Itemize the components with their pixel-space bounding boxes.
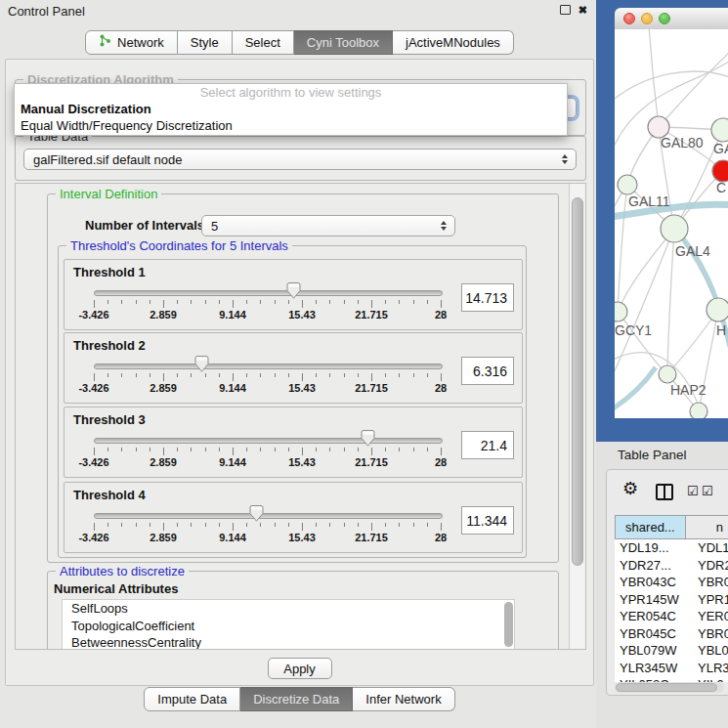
threshold-value-field[interactable]: 14.713 xyxy=(461,283,514,312)
cell-name: YBL0 xyxy=(690,642,728,660)
scrollbar-thumb[interactable] xyxy=(616,683,717,692)
group-title-thresholds: Threshold's Coordinates for 5 Intervals xyxy=(66,238,292,253)
scrollbar-thumb[interactable] xyxy=(572,197,583,566)
tab-label: Style xyxy=(191,31,219,54)
network-node-h[interactable] xyxy=(707,298,728,321)
attribute-item-topologicalcoefficient[interactable]: TopologicalCoefficient xyxy=(63,618,514,635)
close-icon[interactable]: ✖ xyxy=(578,5,587,15)
threshold-panel: Threshold 1 -3.4262.8599.14415.4321.7152… xyxy=(64,259,523,330)
bottom-tab-bar: Impute DataDiscretize DataInfer Network xyxy=(0,687,599,711)
mac-close-icon[interactable] xyxy=(623,13,635,24)
attribute-item-betweennesscentrality[interactable]: BetweennessCentrality xyxy=(63,634,514,650)
node-label-c: C xyxy=(716,180,726,195)
slider-thumb[interactable] xyxy=(194,356,209,372)
table-row[interactable]: YBR045C YBR0 xyxy=(615,625,728,643)
top-tab-bar: NetworkStyleSelectCyni ToolboxjActiveMNo… xyxy=(0,30,599,55)
cell-name: YER0 xyxy=(690,608,728,625)
network-node-hap2[interactable] xyxy=(659,365,676,383)
tab-label: Network xyxy=(117,31,164,54)
table-row[interactable]: YBR043C YBR0 xyxy=(615,574,728,591)
cell-shared-name: YLR345W xyxy=(615,660,690,677)
slider-tick-labels: -3.4262.8599.14415.4321.71528 xyxy=(94,532,441,543)
cell-name: YPR1 xyxy=(690,591,728,609)
threshold-label: Threshold 1 xyxy=(73,265,146,279)
algorithm-option-manual-discretization[interactable]: Manual Discretization xyxy=(15,101,567,117)
table-row[interactable]: YER054C YER0 xyxy=(615,608,728,625)
cyni-settings-panel: Discretization Algorithm Table Data galF… xyxy=(5,59,594,686)
apply-button[interactable]: Apply xyxy=(268,658,332,679)
table-data-combobox[interactable]: galFiltered.sif default node xyxy=(23,149,577,170)
tab-infer-network[interactable]: Infer Network xyxy=(353,687,454,711)
tab-impute-data[interactable]: Impute Data xyxy=(144,687,240,711)
split-columns-icon[interactable] xyxy=(656,484,673,500)
table-row[interactable]: YBL079W YBL0 xyxy=(615,642,728,660)
network-node-c[interactable] xyxy=(712,160,728,182)
slider-tick-labels: -3.4262.8599.14415.4321.71528 xyxy=(94,382,441,394)
threshold-value-field[interactable]: 21.4 xyxy=(461,431,514,459)
slider-track[interactable] xyxy=(94,364,443,369)
settings-vertical-scrollbar[interactable] xyxy=(569,184,585,650)
cell-shared-name: YDR27... xyxy=(615,557,690,575)
slider-track[interactable] xyxy=(94,513,443,519)
checkbox-icon[interactable]: ☑ xyxy=(702,485,713,497)
slider-track[interactable] xyxy=(94,438,443,444)
group-title-interval-definition: Interval Definition xyxy=(56,187,161,201)
network-node-gcy1[interactable] xyxy=(615,302,627,321)
control-panel-titlebar: Control Panel ✖ xyxy=(0,0,599,23)
float-window-icon[interactable] xyxy=(560,5,571,15)
node-label-ga: GA xyxy=(713,141,728,156)
group-title-attributes: Attributes to discretize xyxy=(56,564,189,578)
list-scrollbar[interactable] xyxy=(504,602,513,647)
slider-track[interactable] xyxy=(94,290,443,296)
table-row[interactable]: YPR145W YPR1 xyxy=(615,591,728,609)
algorithm-option-equal-width-frequency-discretization[interactable]: Equal Width/Frequency Discretization xyxy=(15,117,567,134)
table-row[interactable]: YDL19... YDL1 xyxy=(615,539,728,557)
network-node-gal4[interactable] xyxy=(661,215,688,242)
cell-name: YBR0 xyxy=(690,625,728,643)
tab-jactivemnodules[interactable]: jActiveMNodules xyxy=(393,30,514,55)
mac-zoom-icon[interactable] xyxy=(659,13,670,24)
table-horizontal-scrollbar[interactable] xyxy=(615,682,724,693)
cell-name: YDL1 xyxy=(690,539,728,557)
threshold-value-field[interactable]: 6.316 xyxy=(461,357,514,385)
table-header-row: shared... n xyxy=(615,515,728,539)
network-node[interactable] xyxy=(690,403,707,418)
checkbox-icon[interactable]: ☑ xyxy=(687,485,699,497)
node-label-h: H xyxy=(716,322,726,338)
attribute-item-selfloops[interactable]: SelfLoops xyxy=(63,600,514,618)
tab-style[interactable]: Style xyxy=(178,30,233,55)
network-canvas[interactable]: GAL80GACGAL11GAL4GCY1HHAP2 xyxy=(615,29,728,418)
table-row[interactable]: YLR345W YLR3 xyxy=(615,660,728,677)
slider-thumb[interactable] xyxy=(249,505,264,522)
tab-select[interactable]: Select xyxy=(233,30,294,55)
threshold-label: Threshold 4 xyxy=(73,488,146,502)
mac-minimize-icon[interactable] xyxy=(641,13,653,24)
panel-title: Control Panel xyxy=(8,4,85,19)
tab-cyni-toolbox[interactable]: Cyni Toolbox xyxy=(294,30,393,55)
threshold-label: Threshold 2 xyxy=(73,338,146,353)
threshold-value-field[interactable]: 11.344 xyxy=(461,506,514,535)
algorithm-dropdown-popup: Select algorithm to view settings Manual… xyxy=(14,83,568,136)
slider-ticks xyxy=(94,523,441,532)
tab-discretize-data[interactable]: Discretize Data xyxy=(240,687,353,711)
slider-thumb[interactable] xyxy=(361,430,375,447)
numerical-attributes-list[interactable]: SelfLoopsTopologicalCoefficientBetweenne… xyxy=(62,599,515,650)
slider-thumb[interactable] xyxy=(286,282,301,299)
cell-name: YBR0 xyxy=(690,574,728,591)
network-node-ga[interactable] xyxy=(711,118,728,142)
table-row[interactable]: YDR27... YDR2 xyxy=(615,557,728,575)
column-header-name[interactable]: n xyxy=(685,515,728,539)
network-desktop: GAL80GACGAL11GAL4GCY1HHAP2 xyxy=(596,0,728,442)
cell-shared-name: YDL19... xyxy=(615,539,690,557)
cell-shared-name: YBR043C xyxy=(615,574,690,591)
network-node-gal11[interactable] xyxy=(618,175,637,194)
tab-network[interactable]: Network xyxy=(85,30,178,55)
table-data-value: galFiltered.sif default node xyxy=(33,152,182,167)
table-panel-title: Table Panel xyxy=(618,448,687,462)
gear-icon[interactable]: ⚙ xyxy=(622,480,638,497)
number-of-intervals-combobox[interactable]: 5 xyxy=(201,215,455,236)
column-header-shared-name[interactable]: shared... xyxy=(615,515,685,539)
cell-name: YDR2 xyxy=(690,557,728,575)
right-column: GAL80GACGAL11GAL4GCY1HHAP2 Table Panel ⚙… xyxy=(596,0,728,728)
number-of-intervals-value: 5 xyxy=(211,219,218,234)
